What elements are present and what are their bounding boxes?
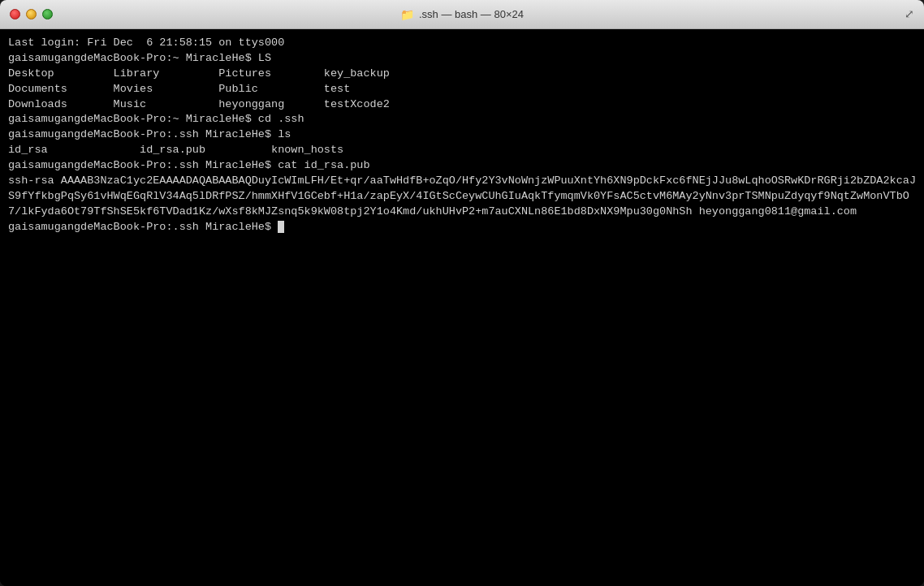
terminal-line: Desktop Library Pictures key_backup	[8, 67, 916, 82]
terminal-line: Last login: Fri Dec 6 21:58:15 on ttys00…	[8, 36, 916, 51]
terminal-line: gaisamugangdeMacBook-Pro:~ MiracleHe$ cd…	[8, 112, 916, 127]
close-button[interactable]	[10, 9, 20, 19]
window-title: 📁 .ssh — bash — 80×24	[400, 8, 524, 21]
terminal-line: Documents Movies Public test	[8, 82, 916, 97]
terminal-line: gaisamugangdeMacBook-Pro:.ssh MiracleHe$…	[8, 127, 916, 143]
maximize-button[interactable]	[42, 9, 53, 19]
terminal-prompt-line: gaisamugangdeMacBook-Pro:.ssh MiracleHe$	[8, 220, 916, 235]
terminal-body[interactable]: Last login: Fri Dec 6 21:58:15 on ttys00…	[0, 29, 924, 586]
titlebar: 📁 .ssh — bash — 80×24 ⤢	[0, 0, 924, 29]
resize-button[interactable]: ⤢	[905, 7, 914, 21]
folder-icon: 📁	[400, 8, 414, 21]
terminal-line: gaisamugangdeMacBook-Pro:~ MiracleHe$ LS	[8, 51, 916, 67]
terminal-line: Downloads Music heyonggang testXcode2	[8, 97, 916, 113]
minimize-button[interactable]	[26, 9, 37, 19]
traffic-lights	[10, 9, 53, 19]
terminal-line: gaisamugangdeMacBook-Pro:.ssh MiracleHe$…	[8, 158, 916, 174]
terminal-cursor	[278, 221, 284, 233]
terminal-line: ssh-rsa AAAAB3NzaC1yc2EAAAADAQABAABAQDuy…	[8, 174, 916, 220]
terminal-line: id_rsa id_rsa.pub known_hosts	[8, 143, 916, 158]
terminal-window: 📁 .ssh — bash — 80×24 ⤢ Last login: Fri …	[0, 0, 924, 586]
